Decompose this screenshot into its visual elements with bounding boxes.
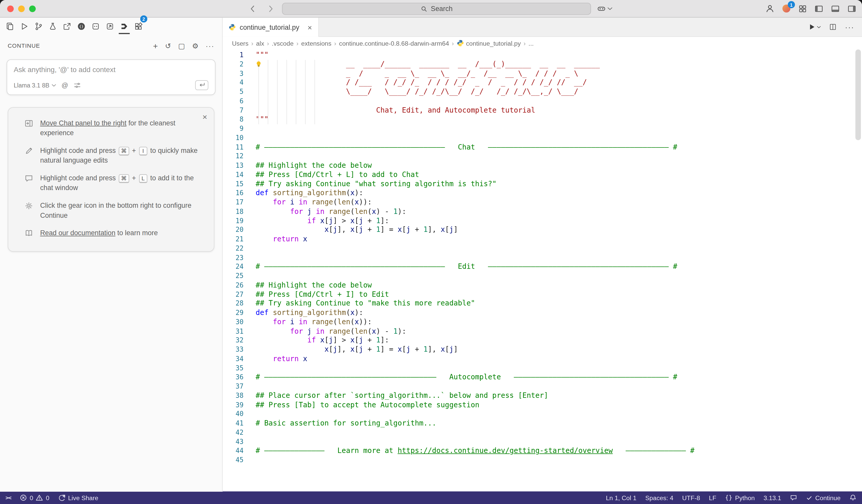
chat-input[interactable]: Ask anything, '@' to add context Llama 3… — [7, 59, 216, 95]
gear-icon[interactable]: ⚙ — [192, 42, 198, 49]
editor-more-icon[interactable]: ··· — [845, 23, 854, 31]
code-line-14[interactable]: 14## Press [Cmd/Ctrl + L] to add to Chat — [223, 170, 862, 180]
new-session-icon[interactable]: + — [153, 42, 158, 50]
code-line-10[interactable]: 10 — [223, 133, 862, 143]
breadcrumb-item--[interactable]: ... — [528, 40, 534, 47]
code-line-3[interactable]: 3 _ / _ __ \_ __ \_ __/_ /__ __ \_ / / /… — [223, 69, 862, 78]
python-interpreter[interactable]: 3.13.1 — [763, 494, 781, 501]
continue-icon[interactable] — [119, 18, 129, 35]
code-line-11[interactable]: 11# ————————————————————————————————————… — [223, 143, 862, 152]
code-line-20[interactable]: 20 x[j], x[j + 1] = x[j + 1], x[j] — [223, 225, 862, 235]
layout-sidebar-left-icon[interactable] — [814, 4, 824, 13]
breadcrumb-item--vscode[interactable]: .vscode — [272, 40, 293, 47]
indentation[interactable]: Spaces: 4 — [645, 494, 674, 501]
cursor-position[interactable]: Ln 1, Col 1 — [606, 494, 637, 501]
code-line-31[interactable]: 31 for j in range(len(x) - 1): — [223, 327, 862, 336]
code-line-24[interactable]: 24# ————————————————————————————————————… — [223, 262, 862, 271]
extension-icon-b[interactable] — [105, 18, 115, 35]
layout-sidebar-right-icon[interactable] — [847, 4, 857, 13]
code-line-5[interactable]: 5 \____/ \____/ /_/ /_/\__/ /_/ /_/ /_/\… — [223, 88, 862, 97]
code-line-26[interactable]: 26## Highlight the code below — [223, 281, 862, 290]
beaker-icon[interactable] — [48, 18, 58, 35]
encoding[interactable]: UTF-8 — [682, 494, 700, 501]
code-line-8[interactable]: 8""" — [223, 115, 862, 124]
code-line-27[interactable]: 27## Press [Cmd/Ctrl + I] to Edit — [223, 290, 862, 299]
source-control-icon[interactable] — [34, 18, 44, 35]
code-line-7[interactable]: 7 Chat, Edit, and Autocomplete tutorial — [223, 106, 862, 115]
close-tab-icon[interactable]: × — [308, 23, 312, 31]
code-line-37[interactable]: 37 — [223, 382, 862, 391]
code-line-15[interactable]: 15## Try asking Continue "what sorting a… — [223, 180, 862, 189]
code-line-32[interactable]: 32 if x[j] > x[j + 1]: — [223, 336, 862, 345]
account-icon[interactable] — [765, 4, 774, 13]
code-line-39[interactable]: 39## Press [Tab] to accept the Autocompl… — [223, 400, 862, 410]
docs-link[interactable]: Read our documentation — [40, 229, 115, 237]
code-line-12[interactable]: 12 — [223, 152, 862, 161]
model-selector[interactable]: Llama 3.1 8B — [14, 82, 56, 89]
code-line-23[interactable]: 23 — [223, 253, 862, 262]
code-line-9[interactable]: 9 — [223, 124, 862, 133]
share-icon[interactable] — [62, 18, 72, 35]
code-editor[interactable]: 1"""2 __ ____/______ _______ __ /___(_)_… — [223, 50, 862, 491]
code-line-45[interactable]: 45 — [223, 455, 862, 465]
code-line-43[interactable]: 43 — [223, 437, 862, 447]
feedback-icon[interactable] — [790, 494, 797, 501]
code-line-6[interactable]: 6 — [223, 97, 862, 106]
frame-icon[interactable]: ▢ — [178, 42, 185, 49]
add-context-button[interactable]: @ — [62, 81, 68, 89]
grid-icon[interactable] — [798, 4, 807, 13]
code-line-22[interactable]: 22 — [223, 244, 862, 253]
code-line-13[interactable]: 13## Highlight the code below — [223, 161, 862, 170]
code-line-29[interactable]: 29def sorting_algorithm(x): — [223, 308, 862, 318]
copy-icon[interactable] — [5, 18, 15, 35]
breadcrumb-item-alx[interactable]: alx — [256, 40, 264, 47]
run-icon[interactable] — [19, 18, 29, 35]
code-line-44[interactable]: 44# —————————————— Learn more at https:/… — [223, 447, 862, 456]
code-line-17[interactable]: 17 for i in range(len(x)): — [223, 198, 862, 207]
extensions-icon[interactable]: 2 — [134, 18, 144, 35]
code-line-28[interactable]: 28## Try asking Continue to "make this m… — [223, 299, 862, 308]
breadcrumb-item-extensions[interactable]: extensions — [301, 40, 331, 47]
json-extension-icon[interactable]: {} — [77, 18, 87, 35]
remote-indicator[interactable]: >< — [5, 495, 11, 501]
code-line-36[interactable]: 36# ————————————————————————————————————… — [223, 373, 862, 382]
problems-indicator[interactable]: 0 0 — [20, 494, 49, 501]
code-line-1[interactable]: 1""" — [223, 51, 862, 60]
continue-status[interactable]: Continue — [806, 494, 840, 501]
command-center-search[interactable]: Search — [282, 3, 591, 15]
submit-button[interactable] — [195, 80, 208, 90]
tab-continue-tutorial[interactable]: continue_tutorial.py × — [223, 18, 319, 37]
code-line-41[interactable]: 41# Basic assertion for sorting_algorith… — [223, 419, 862, 428]
editor-scrollbar[interactable] — [855, 50, 861, 140]
minimize-window-button[interactable] — [18, 5, 25, 12]
code-line-19[interactable]: 19 if x[j] > x[j + 1]: — [223, 216, 862, 225]
code-line-42[interactable]: 42 — [223, 428, 862, 437]
language-mode[interactable]: {} Python — [725, 494, 755, 501]
avatar[interactable]: 1 — [782, 4, 791, 13]
code-line-2[interactable]: 2 __ ____/______ _______ __ /___(_)_____… — [223, 60, 862, 69]
lightbulb-icon[interactable] — [255, 61, 262, 68]
code-line-21[interactable]: 21 return x — [223, 235, 862, 244]
history-forward-button[interactable] — [266, 4, 275, 13]
close-window-button[interactable] — [7, 5, 14, 12]
close-icon[interactable]: × — [203, 112, 207, 121]
more-icon[interactable]: ··· — [206, 42, 214, 49]
notifications-bell[interactable] — [849, 494, 857, 501]
split-editor-icon[interactable] — [829, 23, 837, 31]
breadcrumb-item-continue-continue-0-8-68-darwin-arm64[interactable]: continue.continue-0.8.68-darwin-arm64 — [339, 40, 449, 47]
breadcrumb-item-continue-tutorial-py[interactable]: continue_tutorial.py — [457, 40, 521, 47]
breadcrumb-item-users[interactable]: Users — [232, 40, 248, 47]
code-line-25[interactable]: 25 — [223, 271, 862, 281]
run-python-file-button[interactable] — [808, 23, 821, 31]
layout-panel-bottom-icon[interactable] — [831, 4, 840, 13]
move-panel-link[interactable]: Move Chat panel to the right — [40, 119, 127, 127]
code-line-33[interactable]: 33 x[j], x[j + 1] = x[j + 1], x[j] — [223, 345, 862, 355]
extension-icon-a[interactable] — [91, 18, 101, 35]
code-line-16[interactable]: 16def sorting_algorithm(x): — [223, 189, 862, 198]
code-line-40[interactable]: 40 — [223, 410, 862, 419]
code-line-38[interactable]: 38## Place cursor after `sorting_algorit… — [223, 391, 862, 400]
code-line-18[interactable]: 18 for j in range(len(x) - 1): — [223, 207, 862, 216]
zoom-window-button[interactable] — [29, 5, 36, 12]
code-line-4[interactable]: 4 / /___ / /_/ /_ / / / /_/ _ / _ / / / … — [223, 78, 862, 88]
code-line-34[interactable]: 34 return x — [223, 355, 862, 364]
